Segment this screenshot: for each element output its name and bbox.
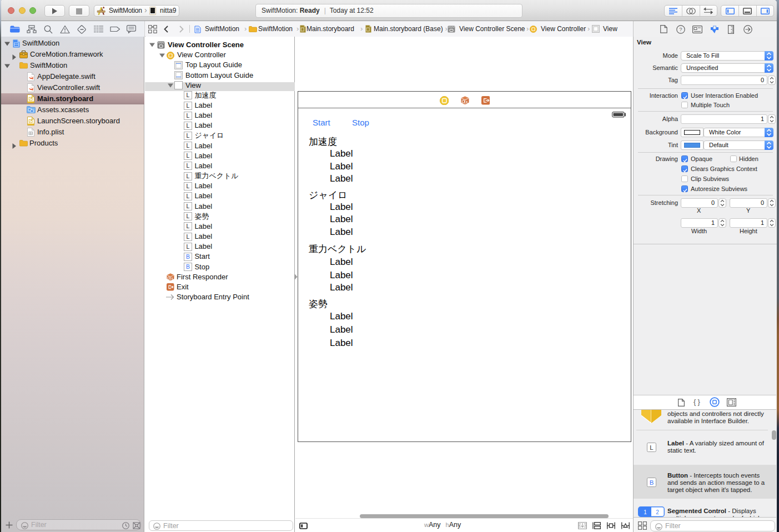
- svg-text:?: ?: [679, 26, 682, 32]
- svg-text:L: L: [186, 243, 189, 250]
- svg-text:L: L: [186, 112, 189, 119]
- svg-text:L: L: [186, 213, 189, 219]
- svg-text:L: L: [186, 193, 189, 199]
- svg-text:2: 2: [656, 509, 659, 515]
- svg-text:L: L: [186, 102, 189, 109]
- svg-text:L: L: [186, 223, 189, 229]
- svg-text:L: L: [186, 203, 189, 209]
- svg-text:L: L: [186, 142, 189, 149]
- svg-text:L: L: [186, 122, 189, 129]
- svg-text:B: B: [649, 479, 654, 486]
- svg-text:L: L: [186, 233, 189, 240]
- svg-text:B: B: [185, 263, 189, 270]
- svg-text:L: L: [186, 173, 189, 179]
- svg-text:L: L: [650, 444, 654, 451]
- svg-text:L: L: [186, 92, 189, 98]
- svg-text:1: 1: [644, 509, 647, 515]
- svg-text:L: L: [186, 183, 189, 189]
- svg-text:L: L: [186, 152, 189, 159]
- svg-text:L: L: [186, 132, 189, 139]
- svg-text:B: B: [185, 253, 189, 260]
- svg-text:L: L: [186, 162, 189, 169]
